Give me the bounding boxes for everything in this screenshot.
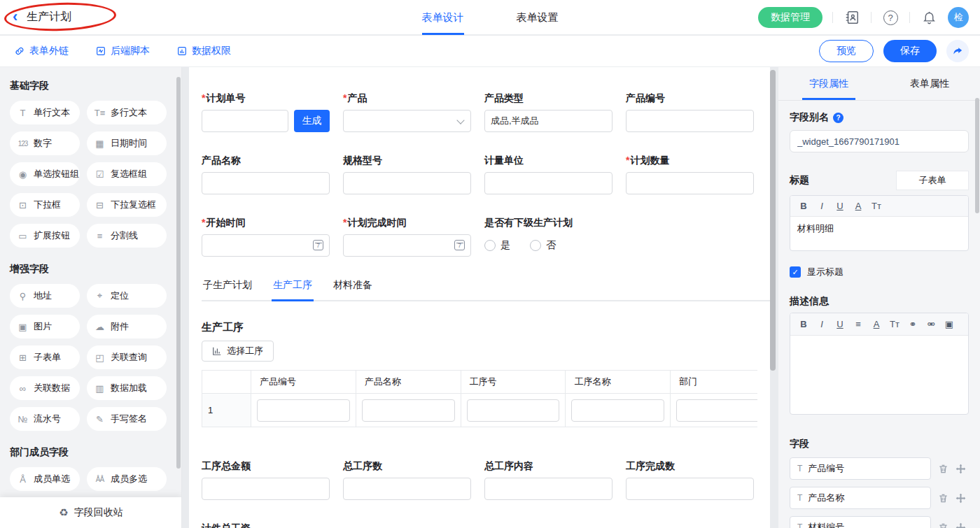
cell-process-name-input[interactable] (571, 399, 664, 422)
start-time-input[interactable] (202, 234, 330, 257)
finish-time-input[interactable] (343, 234, 471, 257)
font-color-icon[interactable]: A (867, 319, 886, 329)
widget-member-single[interactable]: Å成员单选 (10, 467, 80, 491)
widget-image[interactable]: ▣图片 (10, 315, 80, 338)
tab-material-prep[interactable]: 材料准备 (332, 279, 374, 300)
process-done-count-input[interactable] (626, 478, 754, 500)
widget-radio-group[interactable]: ◉单选按钮组 (10, 162, 80, 186)
help-icon[interactable]: ? (833, 113, 844, 123)
external-link-action[interactable]: 表单外链 (14, 45, 69, 57)
font-size-icon[interactable]: Tт (886, 319, 904, 329)
unlink-icon[interactable]: ⚮ (922, 319, 940, 329)
bold-icon[interactable]: B (794, 319, 813, 329)
data-manage-button[interactable]: 数据管理 (758, 7, 822, 28)
tab-production-process[interactable]: 生产工序 (272, 279, 314, 300)
linked-data-icon: ∞ (17, 383, 29, 394)
italic-icon[interactable]: I (813, 201, 831, 211)
bold-icon[interactable]: B (794, 201, 813, 211)
tab-form-design[interactable]: 表单设计 (422, 0, 464, 35)
widget-member-multi[interactable]: ÅÅ成员多选 (87, 467, 167, 491)
widget-extend-button[interactable]: ▭扩展按钮 (10, 224, 80, 248)
sidebar-scrollbar[interactable] (176, 77, 181, 469)
product-name-input[interactable] (202, 172, 330, 194)
process-total-amount-input[interactable] (202, 478, 330, 500)
insert-image-icon[interactable]: ▣ (940, 319, 958, 329)
widget-number[interactable]: 123数字 (10, 131, 80, 155)
field-product-name-item[interactable]: T 产品名称 (790, 487, 931, 509)
plan-number-input[interactable] (202, 110, 288, 132)
underline-icon[interactable]: U (831, 319, 849, 329)
font-size-icon[interactable]: Tт (867, 201, 886, 211)
widget-multi-line-text[interactable]: T≡多行文本 (87, 101, 167, 124)
plan-quantity-input[interactable] (626, 172, 754, 194)
total-process-count-input[interactable] (343, 478, 471, 500)
tab-form-properties[interactable]: 表单属性 (879, 67, 980, 100)
process-table: 产品编号 产品名称 工序号 工序名称 部门 1 (202, 370, 757, 427)
divider-icon: ≡ (94, 231, 106, 241)
align-icon[interactable]: ≡ (849, 319, 867, 329)
delete-field-icon[interactable] (937, 522, 948, 528)
widget-linked-query[interactable]: ◰关联查询 (87, 345, 167, 369)
radio-no[interactable]: 否 (530, 239, 556, 252)
user-avatar[interactable]: 检 (948, 7, 969, 28)
widget-single-line-text[interactable]: T单行文本 (10, 101, 80, 124)
unit-input[interactable] (484, 172, 612, 194)
panel-scrollbar[interactable] (975, 98, 979, 213)
underline-icon[interactable]: U (831, 201, 849, 211)
contacts-icon[interactable] (843, 8, 861, 27)
preview-button[interactable]: 预览 (819, 40, 874, 62)
widget-datetime[interactable]: ▦日期时间 (87, 131, 167, 155)
move-field-icon[interactable] (955, 522, 966, 528)
widget-geolocation[interactable]: ⌖定位 (87, 284, 167, 308)
widget-subform[interactable]: ⊞子表单 (10, 345, 80, 369)
delete-field-icon[interactable] (937, 463, 948, 474)
widget-serial-number[interactable]: №流水号 (10, 407, 80, 431)
widget-multi-dropdown[interactable]: ⊟下拉复选框 (87, 193, 167, 217)
notification-bell-icon[interactable] (920, 8, 938, 27)
spec-model-input[interactable] (343, 172, 471, 194)
field-alias-input[interactable] (790, 130, 969, 152)
product-code-input[interactable] (626, 110, 754, 132)
checkbox-checked-icon[interactable]: ✓ (790, 266, 801, 278)
font-color-icon[interactable]: A (849, 201, 867, 211)
cell-department-input[interactable] (676, 399, 757, 422)
move-field-icon[interactable] (955, 463, 966, 474)
tab-sub-production-plan[interactable]: 子生产计划 (202, 279, 253, 300)
field-recycle-bin[interactable]: ♻ 字段回收站 (0, 497, 182, 528)
cell-product-code-input[interactable] (257, 399, 350, 422)
widget-linked-data[interactable]: ∞关联数据 (10, 376, 80, 400)
select-process-button[interactable]: 选择工序 (202, 341, 274, 362)
radio-yes[interactable]: 是 (484, 239, 510, 252)
data-permission-action[interactable]: 数据权限 (176, 45, 231, 57)
backend-script-action[interactable]: 后端脚本 (95, 45, 150, 57)
generate-button[interactable]: 生成 (294, 110, 330, 132)
widget-attachment[interactable]: ☁附件 (87, 315, 167, 338)
widget-checkbox-group[interactable]: ☑复选框组 (87, 162, 167, 186)
widget-divider[interactable]: ≡分割线 (87, 224, 167, 248)
product-select[interactable] (343, 110, 471, 132)
title-editor-content[interactable]: 材料明细 (790, 217, 968, 250)
tab-field-properties[interactable]: 字段属性 (778, 67, 879, 100)
canvas-scrollbar[interactable] (770, 70, 776, 371)
help-icon[interactable]: ? (881, 8, 899, 27)
move-field-icon[interactable] (955, 492, 966, 504)
field-product-code-item[interactable]: T 产品编号 (790, 457, 931, 480)
widget-data-load[interactable]: ▥数据加载 (87, 376, 167, 400)
form-row-1: *计划单号 生成 *产品 产品类型 产品编号 (202, 92, 770, 132)
italic-icon[interactable]: I (813, 319, 831, 329)
share-button[interactable] (946, 40, 969, 62)
tab-form-settings[interactable]: 表单设置 (517, 0, 559, 35)
description-editor-content[interactable] (790, 336, 968, 414)
link-icon[interactable]: ⚭ (904, 319, 922, 329)
widget-dropdown[interactable]: ⊡下拉框 (10, 193, 80, 217)
delete-field-icon[interactable] (937, 492, 948, 504)
product-type-input[interactable] (484, 110, 612, 132)
widget-signature[interactable]: ✎手写签名 (87, 407, 167, 431)
field-material-code-item[interactable]: T 材料编号 (790, 516, 931, 528)
col-department: 部门 (671, 371, 757, 394)
cell-process-number-input[interactable] (467, 399, 560, 422)
cell-product-name-input[interactable] (362, 399, 455, 422)
save-button[interactable]: 保存 (883, 40, 937, 62)
total-process-content-input[interactable] (484, 478, 612, 500)
widget-address[interactable]: ⚲地址 (10, 284, 80, 308)
